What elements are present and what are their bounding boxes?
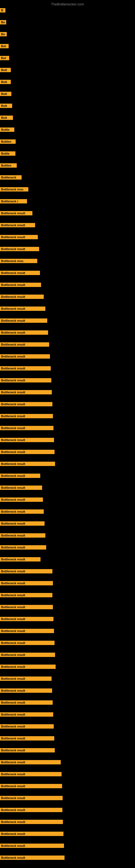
bar-item: Bottleneck result — [0, 617, 53, 622]
bar-item: Bottleneck result — [0, 772, 61, 777]
bar-item: Bottleneck result — [0, 557, 41, 563]
bottleneck-result-label: Bottle — [0, 127, 14, 132]
bar-item: Bottleneck result — [0, 664, 56, 670]
bar-item: Bottleneck result — [0, 545, 46, 551]
bottleneck-result-label: Bottleneck result — [0, 426, 53, 430]
bottleneck-result-label: Bottleneck result — [0, 318, 47, 323]
bar-item: Bot — [0, 56, 9, 61]
bar-item: Bottleneck result — [0, 641, 54, 646]
bottleneck-result-label: Bottleneck result — [0, 856, 64, 860]
bottleneck-result-label: Bottleneck result — [0, 223, 35, 227]
bottleneck-result-label: Bot — [0, 56, 9, 60]
bar-item: Bottleneck result — [0, 474, 40, 479]
bottleneck-result-label: Bottleneck result — [0, 701, 53, 705]
bottleneck-result-label: Bottleneck r — [0, 199, 27, 204]
bottleneck-result-label: Bottleneck result — [0, 402, 52, 406]
bottleneck-result-label: Bottleneck result — [0, 569, 52, 574]
bottleneck-result-label: Bottleneck result — [0, 497, 43, 502]
bar-item: Bottleneck result — [0, 605, 53, 610]
bar-item: Bottleneck result — [0, 211, 32, 216]
bar-item: Bottleneck result — [0, 844, 64, 849]
bar-item: Bottleneck result — [0, 820, 63, 825]
bar-item: Bottleneck result — [0, 509, 44, 515]
bar-item: Bottleneck result — [0, 701, 53, 706]
bottleneck-result-label: Bottleneck result — [0, 820, 63, 824]
bottleneck-result-label: Bottleneck result — [0, 271, 40, 275]
bar-item: Bottleneck result — [0, 450, 54, 455]
bar-item: Bottleneck result — [0, 366, 51, 372]
bar-item: Bottleneck result — [0, 283, 41, 288]
bottleneck-result-label: Bottleneck result — [0, 283, 41, 287]
bottleneck-result-label: Bott — [0, 92, 11, 96]
bottleneck-result-label: Bottleneck result — [0, 378, 51, 382]
bar-item: Bottleneck result — [0, 808, 62, 813]
bar-item: Bottleneck result — [0, 760, 61, 766]
bottleneck-result-label: Bottleneck result — [0, 294, 44, 299]
bottleneck-result-label: Bottleneck result — [0, 354, 50, 359]
bottleneck-result-label: Bottleneck result — [0, 796, 63, 800]
bottleneck-result-label: Bottleneck result — [0, 653, 55, 657]
bar-item: Bottleneck result — [0, 581, 53, 586]
bottleneck-result-label: Bottleneck result — [0, 474, 40, 478]
bottleneck-result-label: Bott — [0, 116, 13, 120]
bottleneck-result-label: Bottleneck result — [0, 677, 52, 681]
bar-item: Bottleneck result — [0, 318, 47, 324]
bar-item: Bottleneck result — [0, 712, 53, 718]
bar-item: B — [0, 8, 5, 13]
bottleneck-result-label: Bottleneck resu — [0, 259, 37, 263]
bottleneck-result-label: B — [0, 8, 5, 12]
bottleneck-result-label: Bottleneck — [0, 175, 21, 180]
bar-item: Bottleneck result — [0, 330, 48, 336]
bottleneck-result-label: Bottleneck result — [0, 724, 54, 728]
bottleneck-result-label: Bottleneck result — [0, 211, 32, 215]
bottleneck-result-label: Bottleneck result — [0, 342, 49, 347]
bottleneck-result-label: Bottleneck result — [0, 808, 62, 812]
bar-item: Bott — [0, 68, 11, 73]
bar-item: Bottleneck result — [0, 497, 43, 503]
bottleneck-result-label: Bottleneck result — [0, 450, 54, 454]
bottleneck-result-label: Bottleneck result — [0, 641, 54, 645]
bottleneck-result-label: Bottleneck result — [0, 629, 54, 633]
bar-item: Bottleneck result — [0, 462, 55, 467]
bottleneck-result-label: Bottleneck result — [0, 462, 55, 466]
bottleneck-result-label: Bottlen — [0, 140, 16, 144]
bottleneck-result-label: Bottleneck result — [0, 844, 64, 848]
bar-item: Bottleneck result — [0, 438, 54, 443]
bottleneck-result-label: Bott — [0, 80, 11, 84]
bottleneck-result-label: Bottleneck result — [0, 581, 53, 585]
bar-item: Bottleneck result — [0, 784, 62, 789]
bottleneck-result-label: Bottleneck resu — [0, 187, 28, 191]
bar-item: Bott — [0, 116, 13, 121]
bar-item: Bottleneck result — [0, 653, 55, 658]
bar-item: Bottleneck result — [0, 724, 54, 730]
bar-item: Bottleneck result — [0, 390, 52, 396]
bar-item: Bottleneck result — [0, 856, 64, 861]
bottleneck-result-label: Bottleneck result — [0, 748, 55, 752]
bottleneck-result-label: Bottleneck result — [0, 557, 41, 561]
bar-item: Bottleneck result — [0, 342, 49, 348]
bar-item: Bottleneck result — [0, 294, 44, 300]
bottleneck-result-label: Bottleneck result — [0, 712, 53, 717]
bar-item: Bottleneck result — [0, 569, 52, 575]
bottleneck-result-label: Bo — [0, 20, 6, 24]
bar-item: Bottleneck resu — [0, 187, 28, 193]
bottleneck-result-label: Bottleneck result — [0, 533, 45, 538]
bar-item: Bottleneck result — [0, 414, 53, 420]
bar-item: Bottleneck result — [0, 247, 39, 252]
bar-item: Bottleneck result — [0, 354, 50, 360]
bottleneck-result-label: Bottleneck result — [0, 664, 56, 669]
bar-item: Bottleneck result — [0, 796, 63, 801]
bar-item: Bottleneck result — [0, 307, 45, 312]
bottleneck-result-label: Bottle — [0, 151, 15, 156]
bar-item: Bottleneck result — [0, 223, 35, 228]
bottleneck-result-label: Bottleneck result — [0, 486, 42, 490]
bar-item: Bo — [0, 32, 7, 37]
bottleneck-result-label: Bottleneck result — [0, 688, 52, 693]
bar-item: Bottleneck — [0, 175, 21, 181]
bar-item: Bottleneck result — [0, 486, 42, 491]
bar-item: Bottle — [0, 127, 14, 133]
bar-item: Bottlen — [0, 163, 17, 169]
bar-item: Bottleneck result — [0, 378, 51, 383]
bottleneck-result-label: Bottleneck result — [0, 390, 52, 394]
bar-item: Bottleneck result — [0, 593, 52, 598]
